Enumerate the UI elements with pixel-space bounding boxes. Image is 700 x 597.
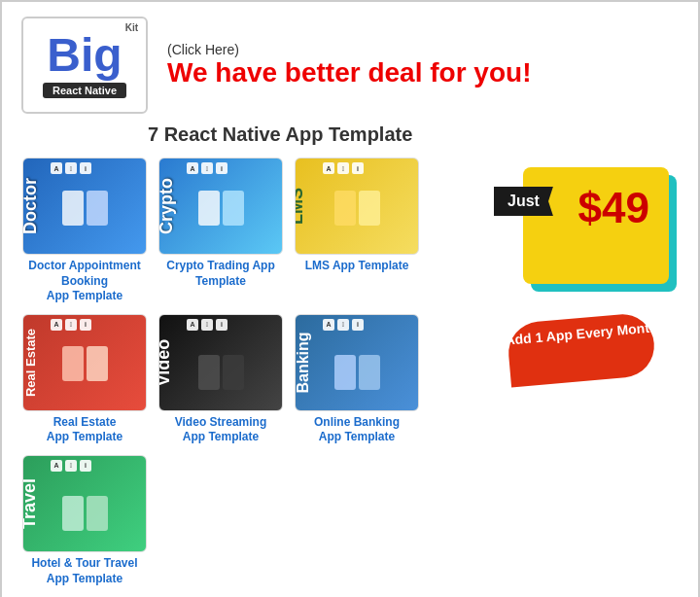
main-content: A  i Doctor Appointment BookingApp Temp… [21,158,679,586]
subtitle: 7 React Native App Template [148,123,679,146]
thumb-banking: A  i [295,314,419,411]
main-container: Kit Big React Native (Click Here) We hav… [2,2,698,597]
main-headline: We have better deal for you! [167,57,679,88]
apple-icon:  [201,162,213,174]
app-item-video[interactable]: A  i Video StreamingApp Template [158,314,284,445]
video-label: Video StreamingApp Template [175,415,266,445]
logo-kit-text: Kit [125,22,138,33]
logo-box[interactable]: Kit Big React Native [21,17,148,114]
app-item-crypto[interactable]: A  i Crypto Trading App Template [158,158,284,304]
app-item-doctor[interactable]: A  i Doctor Appointment BookingApp Temp… [21,158,148,304]
android-icon: A [51,460,62,472]
ios-icon: i [352,162,364,174]
price-amount: $49 [578,187,649,229]
price-dollar: $49 [578,187,649,229]
thumb-doctor: A  i [22,158,147,255]
ios-icon: i [80,319,91,331]
apps-grid: A  i Doctor Appointment BookingApp Temp… [21,158,474,586]
app-item-banking[interactable]: A  i Online BankingApp Template [294,314,420,445]
thumb-crypto: A  i [158,158,283,255]
ios-icon: i [80,162,91,174]
thumb-video: A  i [158,314,283,411]
app-item-realestate[interactable]: A  i Real EstateApp Template [21,314,148,445]
apple-icon:  [65,460,77,472]
apple-icon:  [337,319,349,331]
android-icon: A [187,162,198,174]
right-section: Just $49 Add 1 App Every Month [484,158,679,391]
price-block[interactable]: Just $49 [494,167,669,294]
apple-icon:  [65,162,77,174]
ios-icon: i [352,319,364,331]
android-icon: A [51,319,62,331]
crypto-label: Crypto Trading App Template [158,259,284,289]
apple-icon:  [201,319,213,331]
android-icon: A [51,162,62,174]
thumb-travel: A  i [22,455,147,552]
just-label: Just [494,187,553,216]
click-here-label[interactable]: (Click Here) [167,42,679,57]
ios-icon: i [216,162,228,174]
headline-group: (Click Here) We have better deal for you… [167,42,679,88]
app-item-lms[interactable]: A  i LMS App Template [294,158,420,304]
logo-react-text: React Native [43,83,126,98]
header-row: Kit Big React Native (Click Here) We hav… [21,17,679,114]
android-icon: A [187,319,198,331]
apple-icon:  [337,162,349,174]
thumb-lms: A  i [295,158,419,255]
thumb-realestate: A  i [22,314,147,411]
apple-icon:  [65,319,77,331]
travel-label: Hotel & Tour TravelApp Template [31,556,137,586]
app-item-travel[interactable]: A  i Hotel & Tour TravelApp Template [21,455,148,586]
android-icon: A [323,162,334,174]
logo-big-text: Big [47,32,122,79]
add-app-badge[interactable]: Add 1 App Every Month [499,313,664,391]
ios-icon: i [80,460,91,472]
ios-icon: i [216,319,228,331]
lms-label: LMS App Template [305,259,409,274]
apps-section: A  i Doctor Appointment BookingApp Temp… [21,158,474,586]
android-icon: A [323,319,334,331]
doctor-label: Doctor Appointment BookingApp Template [21,259,148,304]
banking-label: Online BankingApp Template [314,415,400,445]
realestate-label: Real EstateApp Template [47,415,122,445]
